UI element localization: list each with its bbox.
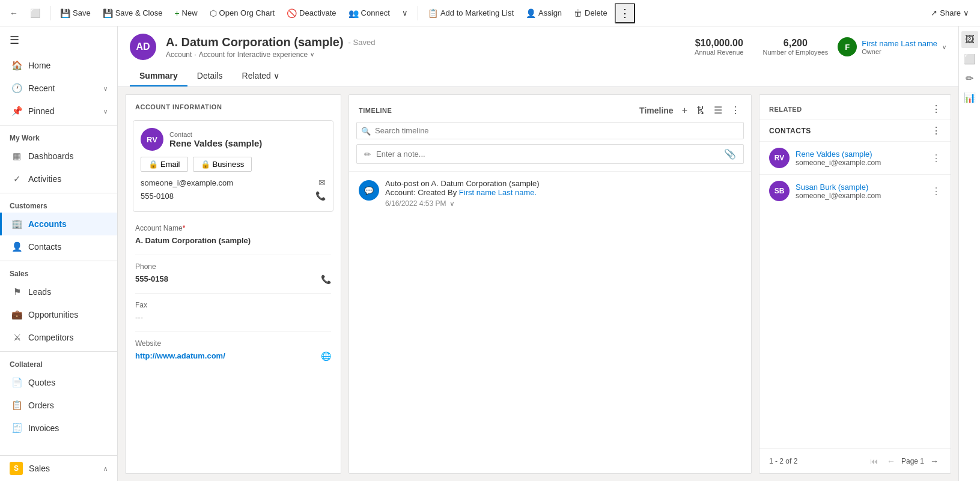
sidebar-recent-label: Recent [28, 83, 55, 93]
contact-susan-avatar: SB [769, 181, 790, 201]
save-close-button[interactable]: 💾 Save & Close [98, 6, 168, 20]
phone-value[interactable]: 555-0158 [135, 272, 168, 286]
post-text: Auto-post on A. Datum Corporation (sampl… [385, 179, 741, 197]
sidebar-item-opportunities[interactable]: 💼 Opportunities [0, 303, 117, 326]
deactivate-button[interactable]: 🚫 Deactivate [282, 6, 341, 20]
invoices-icon: 🧾 [11, 423, 22, 434]
connect-label: Connect [361, 8, 390, 17]
pagination-info: 1 - 2 of 2 [769, 457, 797, 465]
sidebar-item-contacts[interactable]: 👤 Contacts [0, 235, 117, 258]
post-content: Auto-post on A. Datum Corporation (sampl… [385, 179, 741, 208]
phone-icon[interactable]: 📞 [321, 274, 331, 284]
save-icon: 💾 [60, 8, 70, 18]
sidebar-item-quotes[interactable]: 📄 Quotes [0, 371, 117, 394]
sidebar-item-pinned[interactable]: 📌 Pinned ∨ [0, 100, 117, 123]
sidebar-item-accounts[interactable]: 🏢 Accounts [0, 213, 117, 235]
org-chart-button[interactable]: ⬡ Open Org Chart [205, 6, 280, 20]
note-input[interactable] [376, 150, 719, 159]
search-icon: 🔍 [361, 126, 371, 135]
post-author-link[interactable]: First name Last name. [459, 188, 537, 197]
sidebar-divider-3 [0, 261, 117, 261]
tab-details[interactable]: Details [187, 66, 233, 86]
back-icon: ← [10, 8, 18, 18]
timeline-search-input[interactable] [356, 122, 744, 139]
view-chevron-icon[interactable]: ∨ [310, 51, 314, 58]
delete-button[interactable]: 🗑 Delete [569, 6, 612, 20]
sidebar-item-recent[interactable]: 🕐 Recent ∨ [0, 77, 117, 100]
web-icon[interactable]: 🌐 [321, 351, 331, 361]
connect-chevron-button[interactable]: ∨ [397, 6, 413, 20]
owner-chevron-icon[interactable]: ∨ [942, 44, 946, 50]
side-icon-table[interactable]: 📊 [961, 89, 978, 106]
expand-button[interactable]: ⬜ [25, 6, 45, 20]
email-field-icon[interactable]: ✉ [318, 178, 326, 187]
contact-rene-name[interactable]: Rene Valdes (sample) [796, 150, 925, 159]
share-button[interactable]: ↗ Share ∨ [925, 6, 975, 20]
related-more-icon[interactable]: ⋮ [931, 103, 941, 115]
org-chart-icon: ⬡ [210, 8, 217, 18]
chevron-down-icon: ∨ [402, 8, 408, 17]
email-btn-label: Email [160, 160, 180, 169]
pin-icon: 📌 [11, 106, 22, 116]
attach-icon[interactable]: 📎 [724, 148, 736, 160]
timeline-filter-button[interactable]: ⛕ [695, 104, 707, 117]
business-button[interactable]: 🔒 Business [193, 157, 252, 172]
more-button[interactable]: ⋮ [615, 3, 635, 23]
side-icon-page[interactable]: ⬜ [961, 50, 978, 67]
record-title-row: A. Datum Corporation (sample) - Saved [166, 35, 685, 49]
sidebar-item-home[interactable]: 🏠 Home [0, 54, 117, 77]
related-contact-susan: SB Susan Burk (sample) someone_l@example… [759, 174, 951, 207]
owner-avatar: F [838, 37, 857, 56]
back-button[interactable]: ← [5, 6, 23, 20]
side-icon-pencil[interactable]: ✏ [961, 70, 978, 86]
assign-button[interactable]: 👤 Assign [521, 6, 567, 20]
account-name-value[interactable]: A. Datum Corporation (sample) [135, 234, 331, 247]
hamburger-button[interactable]: ☰ [0, 26, 117, 54]
post-avatar: 💬 [359, 180, 379, 201]
assign-label: Assign [538, 8, 562, 17]
website-value[interactable]: http://www.adatum.com/ [135, 349, 225, 363]
post-expand-icon[interactable]: ∨ [449, 199, 455, 208]
contact-susan-name[interactable]: Susan Burk (sample) [796, 183, 925, 192]
sidebar-item-activities[interactable]: ✓ Activities [0, 168, 117, 190]
timeline-list-button[interactable]: ☰ [713, 103, 723, 117]
side-icon-image[interactable]: 🖼 [961, 31, 978, 48]
sidebar-divider-1 [0, 125, 117, 126]
related-tab-chevron-icon: ∨ [273, 71, 279, 80]
tab-related[interactable]: Related ∨ [233, 66, 289, 86]
contact-name-block: Contact Rene Valdes (sample) [169, 131, 262, 148]
timeline-add-button[interactable]: + [681, 104, 689, 117]
save-button[interactable]: 💾 Save [55, 6, 96, 20]
sidebar-divider-4 [0, 351, 117, 352]
contact-susan-more-icon[interactable]: ⋮ [931, 186, 941, 197]
fax-value[interactable]: --- [135, 310, 331, 324]
add-marketing-button[interactable]: 📋 Add to Marketing List [423, 6, 519, 20]
tab-summary[interactable]: Summary [130, 66, 187, 86]
email-button[interactable]: 🔒 Email [141, 157, 188, 172]
pagination-first-button[interactable]: ⏮ [868, 455, 881, 467]
sidebar-item-leads[interactable]: ⚑ Leads [0, 280, 117, 303]
panel-related: RELATED ⋮ CONTACTS ⋮ RV Rene Valdes (sam… [759, 94, 951, 474]
phone-field-icon[interactable]: 📞 [315, 191, 326, 201]
contact-label: Contact [169, 131, 262, 138]
sidebar-invoices-label: Invoices [28, 423, 59, 433]
pagination-next-button[interactable]: → [928, 455, 941, 467]
sidebar-app-item[interactable]: S Sales ∧ [0, 456, 117, 481]
sidebar-item-dashboards[interactable]: ▦ Dashboards [0, 145, 117, 168]
dashboards-icon: ▦ [11, 151, 22, 162]
pagination-prev-button[interactable]: ← [884, 455, 898, 467]
owner-name[interactable]: First name Last name [862, 39, 937, 48]
contact-rene-more-icon[interactable]: ⋮ [931, 153, 941, 164]
app-label: Sales [29, 464, 50, 473]
website-row: http://www.adatum.com/ 🌐 [135, 349, 331, 363]
connect-button[interactable]: 👥 Connect [344, 6, 395, 20]
contacts-more-icon[interactable]: ⋮ [931, 125, 941, 136]
new-button[interactable]: + New [169, 6, 202, 20]
sidebar-item-orders[interactable]: 📋 Orders [0, 394, 117, 417]
deactivate-label: Deactivate [299, 8, 336, 17]
timeline-more-button[interactable]: ⋮ [729, 103, 741, 117]
sidebar-item-competitors[interactable]: ⚔ Competitors [0, 326, 117, 349]
sidebar-item-invoices[interactable]: 🧾 Invoices [0, 417, 117, 440]
contact-rene-email: someone_i@example.com [796, 159, 925, 167]
separator-1 [50, 6, 50, 20]
